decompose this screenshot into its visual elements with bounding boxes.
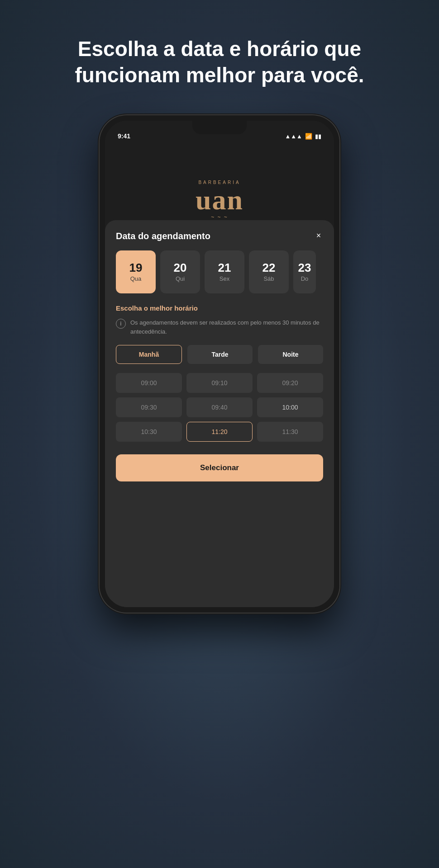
headline: Escolha a data e horário que funcionam m… — [75, 36, 364, 88]
phone-shell: 9:41 ▲▲▲ 📶 ▮▮ BARBEARIA uan ~ ~ ~ × — [100, 115, 339, 613]
date-number-22: 22 — [262, 262, 276, 274]
phone-wrapper: 9:41 ▲▲▲ 📶 ▮▮ BARBEARIA uan ~ ~ ~ × — [100, 115, 339, 613]
info-box: i Os agendamentos devem ser realizados c… — [116, 318, 323, 336]
date-card-21[interactable]: 21 Sex — [205, 250, 244, 293]
phone-screen: 9:41 ▲▲▲ 📶 ▮▮ BARBEARIA uan ~ ~ ~ × — [105, 121, 334, 607]
period-tabs: Manhã Tarde Noite — [116, 345, 323, 364]
select-button[interactable]: Selecionar — [116, 454, 323, 481]
logo-small-text: BARBEARIA — [198, 180, 240, 185]
tab-tarde[interactable]: Tarde — [187, 345, 253, 364]
date-card-22[interactable]: 22 Sáb — [249, 250, 289, 293]
date-number-20: 20 — [174, 262, 187, 274]
time-slot-0900[interactable]: 09:00 — [116, 373, 182, 393]
phone-notch — [192, 121, 247, 134]
date-card-20[interactable]: 20 Qui — [160, 250, 200, 293]
headline-line2: funcionam melhor para você. — [75, 63, 364, 87]
date-day-20: Qui — [176, 275, 185, 282]
battery-icon: ▮▮ — [315, 133, 321, 140]
time-grid: 09:00 09:10 09:20 09:30 09:40 10:00 10:3… — [116, 373, 323, 442]
date-day-21: Sex — [220, 275, 229, 282]
date-card-19[interactable]: 19 Qua — [116, 250, 156, 293]
time-slot-1130[interactable]: 11:30 — [257, 422, 323, 442]
logo-big-text: uan — [196, 186, 243, 214]
time-slot-0930[interactable]: 09:30 — [116, 397, 182, 417]
time-section-title: Escolha o melhor horário — [116, 304, 323, 312]
wifi-icon: 📶 — [305, 133, 312, 140]
info-text: Os agendamentos devem ser realizados com… — [130, 318, 323, 336]
time-slot-0940[interactable]: 09:40 — [186, 397, 253, 417]
logo-area: BARBEARIA uan ~ ~ ~ — [196, 180, 243, 220]
date-row: 19 Qua 20 Qui 21 Sex 22 Sáb — [116, 250, 323, 293]
tab-manha[interactable]: Manhã — [116, 345, 182, 364]
close-button[interactable]: × — [312, 229, 325, 242]
date-number-21: 21 — [218, 262, 231, 274]
modal-sheet: × Data do agendamento 19 Qua 20 Qui 21 — [105, 220, 334, 607]
date-day-22: Sáb — [263, 275, 274, 282]
date-number-23: 23 — [298, 262, 311, 274]
modal-title: Data do agendamento — [116, 231, 323, 241]
time-slot-1000[interactable]: 10:00 — [257, 397, 323, 417]
tab-noite[interactable]: Noite — [258, 345, 323, 364]
time-slot-1120[interactable]: 11:20 — [186, 422, 253, 442]
info-icon: i — [116, 319, 126, 329]
headline-line1: Escolha a data e horário que — [78, 37, 361, 61]
time-slot-1030[interactable]: 10:30 — [116, 422, 182, 442]
logo-decoration: ~ ~ ~ — [211, 214, 228, 220]
date-number-19: 19 — [129, 262, 143, 274]
date-card-23[interactable]: 23 Do — [293, 250, 316, 293]
time-slot-0910[interactable]: 09:10 — [186, 373, 253, 393]
date-day-19: Qua — [130, 275, 142, 282]
status-icons: ▲▲▲ 📶 ▮▮ — [285, 133, 321, 140]
status-time: 9:41 — [118, 132, 130, 140]
date-day-23: Do — [301, 275, 309, 282]
signal-icon: ▲▲▲ — [285, 133, 302, 140]
time-slot-0920[interactable]: 09:20 — [257, 373, 323, 393]
